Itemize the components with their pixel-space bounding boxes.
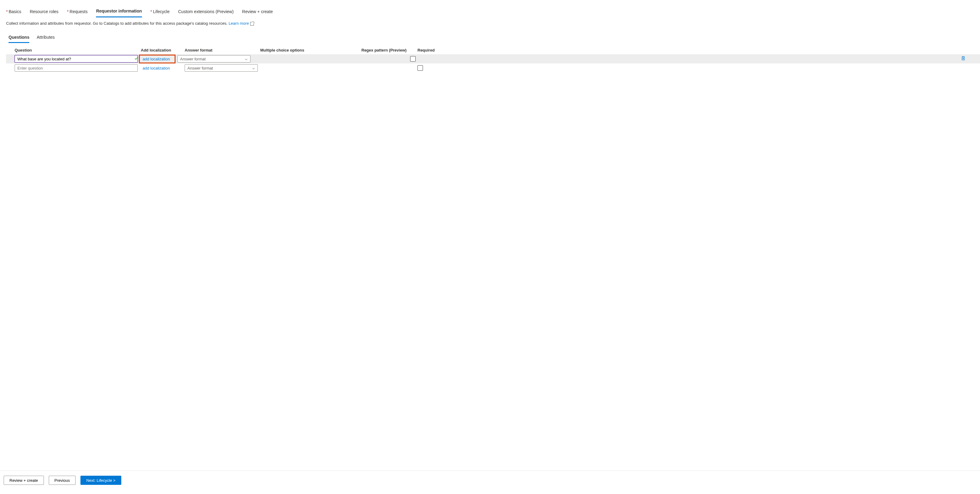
tab-custom-extensions[interactable]: Custom extensions (Preview): [178, 7, 234, 17]
question-row: add localization Answer format: [6, 54, 980, 64]
sub-tabs: Questions Attributes: [8, 33, 971, 43]
col-required: Required: [417, 48, 457, 53]
answer-format-select[interactable]: Answer format: [177, 55, 250, 62]
col-answer-format: Answer format: [185, 48, 260, 53]
required-checkbox[interactable]: [417, 65, 423, 71]
tab-lifecycle[interactable]: *Lifecycle: [151, 7, 170, 17]
description-text: Collect information and attributes from …: [6, 21, 971, 25]
previous-button[interactable]: Previous: [49, 476, 76, 485]
subtab-questions[interactable]: Questions: [8, 33, 29, 43]
subtab-attributes[interactable]: Attributes: [37, 33, 54, 43]
asterisk-icon: *: [67, 9, 68, 14]
chevron-down-icon: [245, 57, 248, 61]
review-create-button[interactable]: Review + create: [4, 476, 44, 485]
question-input[interactable]: [14, 55, 138, 62]
external-link-icon: [250, 22, 254, 25]
tab-review-create[interactable]: Review + create: [242, 7, 273, 17]
tab-resource-roles[interactable]: Resource roles: [30, 7, 59, 17]
col-multiple-choice: Multiple choice options: [260, 48, 361, 53]
col-question: Question: [14, 48, 141, 53]
col-regex: Regex pattern (Preview): [361, 48, 417, 53]
add-localization-cell: add localization: [139, 54, 175, 64]
add-localization-link[interactable]: add localization: [141, 56, 172, 62]
required-checkbox[interactable]: [410, 56, 416, 62]
check-icon: [134, 56, 138, 61]
tab-basics[interactable]: *Basics: [6, 7, 21, 17]
tab-requestor-information[interactable]: Requestor information: [96, 6, 142, 18]
learn-more-link[interactable]: Learn more: [229, 21, 253, 25]
delete-icon[interactable]: [961, 56, 966, 62]
next-button[interactable]: Next: Lifecycle >: [80, 476, 121, 485]
asterisk-icon: *: [151, 9, 152, 14]
tab-requests[interactable]: *Requests: [67, 7, 88, 17]
answer-format-select[interactable]: Answer format: [185, 64, 258, 72]
main-tabs: *Basics Resource roles *Requests Request…: [6, 6, 971, 19]
table-header: Question Add localization Answer format …: [14, 46, 971, 54]
col-localization: Add localization: [141, 48, 185, 53]
add-localization-link[interactable]: add localization: [141, 65, 172, 72]
chevron-down-icon: [252, 67, 255, 70]
asterisk-icon: *: [6, 9, 8, 14]
questions-table: Question Add localization Answer format …: [14, 46, 971, 73]
question-input[interactable]: [14, 64, 138, 72]
question-row: add localization Answer format: [14, 64, 971, 73]
bottom-bar: Review + create Previous Next: Lifecycle…: [0, 470, 980, 494]
